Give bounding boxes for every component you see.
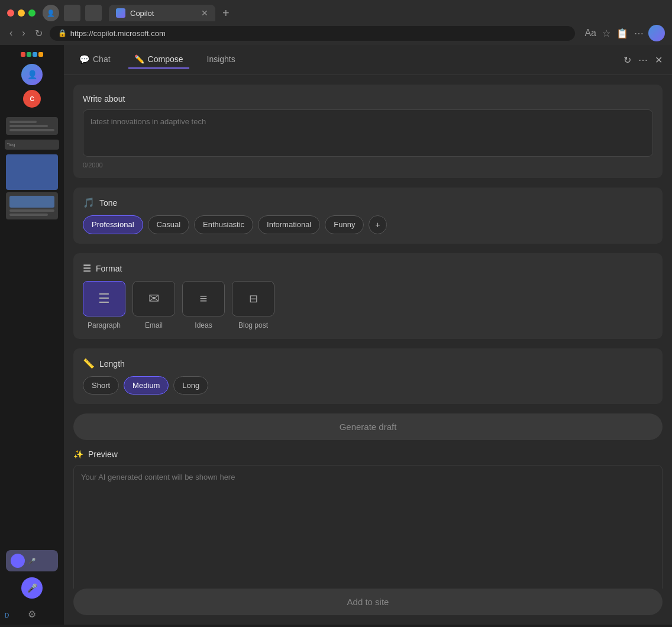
preview-line xyxy=(9,129,54,131)
address-bar-icons: Aa ☆ 📋 ⋯ xyxy=(584,28,644,39)
copilot-tab-icon xyxy=(116,8,125,18)
tab-compose-label: Compose xyxy=(148,54,183,64)
logo-g xyxy=(27,52,31,57)
traffic-lights xyxy=(7,9,35,17)
read-aloud-icon[interactable]: Aa xyxy=(584,28,596,39)
browser-chrome: 👤 Copilot ✕ + ‹ › ↻ 🔒 https://copilot.mi… xyxy=(0,0,672,45)
tone-chip-professional[interactable]: Professional xyxy=(83,215,143,234)
tone-section-title: 🎵 Tone xyxy=(83,197,653,208)
refresh-button[interactable]: ↻ xyxy=(33,25,45,41)
left-sidebar: 👤 C "log xyxy=(0,45,64,625)
write-about-section: Write about 0/2000 xyxy=(73,85,663,178)
panel-refresh-button[interactable]: ↻ xyxy=(623,54,631,66)
tone-chip-casual[interactable]: Casual xyxy=(148,215,189,234)
back-button[interactable]: ‹ xyxy=(7,25,15,41)
length-chip-long[interactable]: Long xyxy=(173,376,208,395)
length-chip-short[interactable]: Short xyxy=(83,376,119,395)
tone-add-button[interactable]: + xyxy=(369,215,386,234)
write-about-input[interactable] xyxy=(83,109,653,157)
quoted-text-area: "log xyxy=(0,137,64,152)
panel-close-button[interactable]: ✕ xyxy=(655,54,663,66)
logo-y xyxy=(38,52,43,57)
tab-bar: 👤 Copilot ✕ + xyxy=(0,0,672,21)
main-layout: 👤 C "log xyxy=(0,45,672,625)
app-logo-area xyxy=(21,52,43,57)
length-section-title: 📏 Length xyxy=(83,358,653,369)
tone-chips-row: Professional Casual Enthusiastic Informa… xyxy=(83,215,653,234)
preview-line xyxy=(9,125,48,127)
sidebar-content: 👤 C "log xyxy=(0,45,64,625)
copilot-tab-label: Copilot xyxy=(130,9,154,18)
preview-textarea[interactable] xyxy=(73,465,663,589)
tab-icon-2[interactable] xyxy=(85,5,102,21)
tone-section: 🎵 Tone Professional Casual Enthusiastic … xyxy=(73,188,663,244)
copilot-panel: 💬 Chat ✏️ Compose Insights ↻ ⋯ ✕ Write a… xyxy=(64,45,672,625)
chat-bubble-area: 🎤 🎤 xyxy=(6,550,58,601)
url-text: https://copilot.microsoft.com xyxy=(70,29,166,38)
sidebar-mini-logo: C xyxy=(23,90,41,108)
preview-section: ✨ Preview ✕ ← → ⧉ ↻ xyxy=(73,450,663,589)
blue-content-box xyxy=(6,154,58,190)
tone-label: Tone xyxy=(99,198,117,208)
length-icon: 📏 xyxy=(83,358,95,369)
format-item-email[interactable]: ✉ Email xyxy=(133,281,175,329)
length-chips-row: Short Medium Long xyxy=(83,376,653,395)
preview-line xyxy=(9,214,48,216)
length-section: 📏 Length Short Medium Long xyxy=(73,348,663,404)
mic-button-area: 🎤 xyxy=(6,575,58,601)
tone-chip-funny[interactable]: Funny xyxy=(325,215,364,234)
tab-close-btn[interactable]: ✕ xyxy=(201,8,208,18)
tab-insights-label: Insights xyxy=(207,54,235,64)
format-label-ideas: Ideas xyxy=(195,321,212,329)
length-chip-medium[interactable]: Medium xyxy=(124,376,169,395)
format-icon-ideas: ≡ xyxy=(182,281,225,316)
logo-b xyxy=(33,52,37,57)
tab-chat[interactable]: 💬 Chat xyxy=(73,51,117,69)
settings-button[interactable]: ⚙ xyxy=(28,609,36,620)
format-icon-blog-post: ⊟ xyxy=(232,281,274,316)
panel-more-button[interactable]: ⋯ xyxy=(638,54,648,66)
format-item-blog-post[interactable]: ⊟ Blog post xyxy=(232,281,274,329)
copilot-tab[interactable]: Copilot ✕ xyxy=(109,5,215,21)
bottom-link[interactable]: D xyxy=(5,612,9,619)
write-about-label: Write about xyxy=(83,94,653,104)
sidebar-user-area: 👤 C xyxy=(0,45,64,115)
new-tab-button[interactable]: + xyxy=(218,7,234,20)
more-browser-icon[interactable]: ⋯ xyxy=(634,28,644,39)
minimize-traffic-light[interactable] xyxy=(18,9,25,17)
secure-icon: 🔒 xyxy=(58,29,67,37)
user-avatar-tab: 👤 xyxy=(43,5,59,21)
format-label-email: Email xyxy=(145,321,163,329)
address-bar[interactable]: 🔒 https://copilot.microsoft.com xyxy=(50,26,576,41)
forward-button[interactable]: › xyxy=(20,25,27,41)
favorites-icon[interactable]: ☆ xyxy=(602,28,610,39)
add-to-site-button[interactable]: Add to site xyxy=(73,589,663,615)
close-traffic-light[interactable] xyxy=(7,9,14,17)
tone-chip-enthusiastic[interactable]: Enthusiastic xyxy=(194,215,253,234)
format-icon-paragraph: ☰ xyxy=(83,281,125,316)
preview-line xyxy=(9,121,37,123)
format-item-paragraph[interactable]: ☰ Paragraph xyxy=(83,281,125,329)
blue-header-bar xyxy=(9,196,54,208)
tone-chip-informational[interactable]: Informational xyxy=(258,215,320,234)
generate-draft-button[interactable]: Generate draft xyxy=(73,413,663,440)
length-label: Length xyxy=(99,359,125,369)
content-preview-1 xyxy=(6,117,58,135)
collections-icon[interactable]: 📋 xyxy=(616,28,628,39)
preview-sparkle-icon: ✨ xyxy=(73,450,83,459)
format-item-ideas[interactable]: ≡ Ideas xyxy=(182,281,225,329)
maximize-traffic-light[interactable] xyxy=(28,9,35,17)
panel-header-actions: ↻ ⋯ ✕ xyxy=(623,54,663,66)
format-grid: ☰ Paragraph ✉ Email ≡ Ideas ⊟ Blog post xyxy=(83,281,653,329)
content-preview-2 xyxy=(6,192,58,219)
tab-icon-1[interactable] xyxy=(64,5,80,21)
preview-title: ✨ Preview xyxy=(73,450,663,459)
format-label-paragraph: Paragraph xyxy=(88,321,121,329)
tab-insights[interactable]: Insights xyxy=(201,51,241,69)
copilot-browser-action[interactable] xyxy=(648,25,665,41)
char-count: 0/2000 xyxy=(83,161,653,169)
mic-button[interactable]: 🎤 xyxy=(21,577,43,599)
user-avatar[interactable]: 👤 xyxy=(21,64,43,85)
tab-compose[interactable]: ✏️ Compose xyxy=(128,51,189,69)
chat-bubble: 🎤 xyxy=(6,550,58,571)
